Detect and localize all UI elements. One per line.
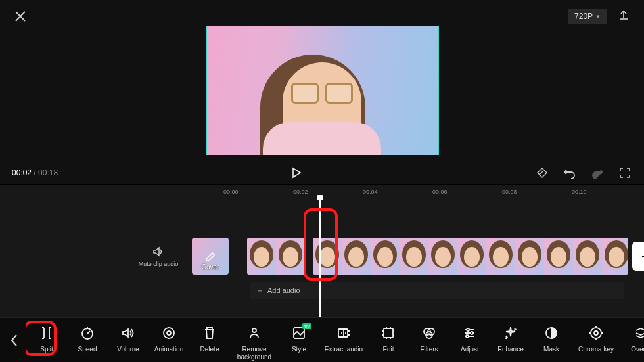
tool-label: Adjust	[461, 346, 479, 353]
undo-button[interactable]	[563, 166, 577, 180]
volume-icon	[120, 325, 137, 342]
tool-label: Edit	[382, 346, 394, 353]
ruler-mark: 00:04	[363, 189, 432, 195]
edit-icon	[380, 325, 397, 342]
total-time: 00:18	[38, 168, 58, 177]
tool-split[interactable]: Split	[26, 325, 67, 353]
speed-icon	[79, 325, 96, 342]
highlight-split-tool	[26, 321, 57, 356]
chevron-down-icon: ▼	[595, 14, 601, 20]
tool-extract-audio[interactable]: Extract audio	[319, 325, 368, 353]
tool-enhance[interactable]: Enhance	[490, 325, 531, 353]
ruler-mark: 00:10	[572, 189, 641, 195]
tool-animation[interactable]: Animation	[149, 325, 189, 353]
redo-button[interactable]	[590, 166, 605, 180]
tool-adjust[interactable]: Adjust	[449, 325, 490, 353]
adjust-icon	[461, 325, 478, 342]
time-display: 00:02 / 00:18	[12, 168, 58, 177]
tool-style[interactable]: Styletry	[279, 325, 319, 353]
mask-icon	[543, 325, 560, 342]
play-button[interactable]	[287, 163, 306, 183]
animation-icon	[160, 325, 177, 342]
tool-label: Extract audio	[325, 346, 363, 353]
highlight-playhead	[304, 208, 338, 281]
svg-point-14	[591, 328, 601, 338]
tool-overlay[interactable]: Overla	[620, 325, 644, 353]
svg-point-2	[167, 331, 171, 335]
cover-button[interactable]: Cover	[192, 238, 229, 275]
tool-chroma-key[interactable]: Chroma key	[572, 325, 620, 353]
svg-point-1	[164, 328, 174, 338]
extract-audio-icon	[335, 325, 352, 342]
svg-point-10	[467, 328, 469, 331]
tool-filters[interactable]: Filters	[409, 325, 449, 353]
tool-label: Volume	[117, 346, 139, 353]
tool-label: Remove background	[230, 346, 279, 361]
svg-point-11	[471, 332, 473, 334]
timeline[interactable]: 00:00 00:02 00:04 00:06 00:08 00:10 Mute…	[0, 184, 644, 317]
current-time: 00:02	[12, 168, 32, 177]
add-audio-button[interactable]: ＋ Add audio	[250, 282, 624, 299]
tool-speed[interactable]: Speed	[67, 325, 108, 353]
video-preview[interactable]	[206, 26, 439, 155]
svg-point-12	[466, 335, 469, 338]
ruler-mark: 00:06	[432, 189, 502, 195]
preview-area	[0, 24, 644, 158]
remove-bg-icon	[246, 325, 263, 342]
resolution-label: 720P	[574, 12, 593, 21]
tool-label: Overla	[631, 346, 644, 353]
svg-rect-5	[338, 329, 348, 337]
add-audio-label: Add audio	[267, 286, 300, 294]
clip-segment-2[interactable]: ▶ 13.5s	[313, 238, 628, 275]
tool-label: Delete	[200, 346, 219, 353]
svg-rect-6	[384, 328, 393, 338]
ruler-mark: 00:08	[502, 189, 572, 195]
export-button[interactable]	[615, 8, 632, 25]
mute-clip-audio-button[interactable]: Mute clip audio	[131, 245, 185, 268]
tool-label: Enhance	[497, 346, 523, 353]
cover-label: Cover	[202, 263, 219, 271]
tool-label: Chroma key	[578, 346, 614, 353]
back-button[interactable]	[3, 321, 26, 360]
try-badge: try	[302, 323, 311, 329]
svg-point-15	[594, 331, 598, 335]
tool-delete[interactable]: Delete	[189, 325, 230, 353]
tool-label: Style	[292, 346, 306, 353]
keyframe-icon[interactable]	[535, 166, 549, 180]
resolution-dropdown[interactable]: 720P ▼	[568, 9, 607, 24]
tool-label: Filters	[420, 346, 438, 353]
tool-volume[interactable]: Volume	[108, 325, 149, 353]
clip-segment-1[interactable]	[247, 238, 305, 275]
fullscreen-button[interactable]	[618, 166, 632, 180]
add-clip-button[interactable]	[632, 242, 644, 271]
tool-label: Speed	[78, 346, 97, 353]
ruler-mark: 00:02	[293, 189, 363, 195]
delete-icon	[201, 325, 218, 342]
tool-label: Animation	[154, 346, 183, 353]
overlay-icon	[632, 325, 644, 342]
plus-icon: ＋	[256, 286, 264, 296]
close-button[interactable]	[12, 8, 29, 25]
ruler-mark: 00:00	[223, 189, 293, 195]
enhance-icon	[502, 325, 519, 342]
svg-point-3	[252, 328, 256, 332]
filters-icon	[421, 325, 438, 342]
chroma-key-icon	[587, 325, 605, 342]
tool-label: Mask	[543, 346, 559, 353]
tool-edit[interactable]: Edit	[368, 325, 409, 353]
mute-label: Mute clip audio	[139, 261, 179, 268]
bottom-toolbar: SplitSpeedVolumeAnimationDeleteRemove ba…	[0, 317, 644, 362]
tool-remove-bg[interactable]: Remove background	[230, 325, 279, 361]
tool-mask[interactable]: Mask	[531, 325, 572, 353]
